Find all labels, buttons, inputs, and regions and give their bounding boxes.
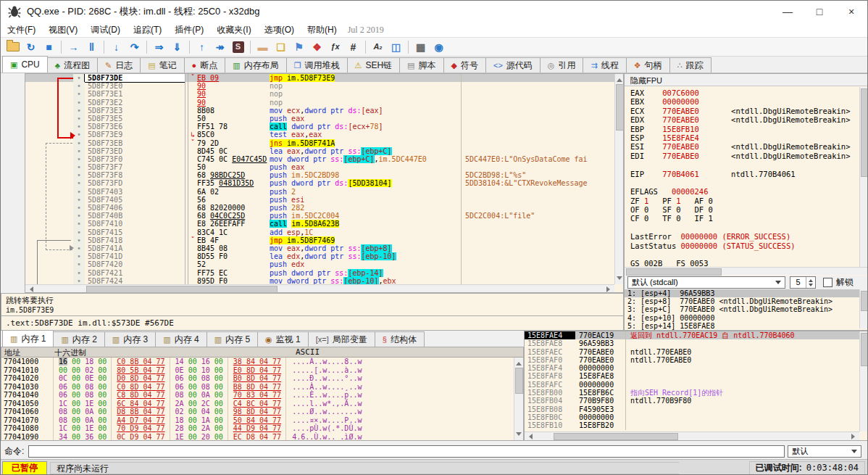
register-line[interactable]: ESI 770EABE0 <ntdll.DbgUiRemoteBreakin> [630, 142, 858, 151]
breakpoint-dot[interactable]: • [73, 171, 85, 179]
tab-source[interactable]: <>源代码 [485, 57, 541, 73]
stack-row[interactable]: 15E8FB04770B9F80ntdll.770B9F80 [525, 397, 859, 405]
patches-button[interactable]: ▬ [254, 38, 272, 55]
dump-row[interactable]: 7704100016 00 18 00C0 8B 04 7714 00 16 0… [1, 358, 514, 366]
tab-dump-3[interactable]: ▥内存 3 [104, 331, 156, 347]
scroll-thumb[interactable] [861, 88, 868, 177]
registers-hscrollbar[interactable] [625, 267, 868, 275]
register-line[interactable]: EAX 007C6000 [630, 88, 858, 97]
tab-script[interactable]: ▤脚本 [399, 57, 443, 73]
tab-trace[interactable]: ∴跟踪 [669, 57, 711, 73]
register-line[interactable]: ZF 1 PF 1 AF 0 [630, 197, 858, 205]
stack-row[interactable]: 15E8FB0C00000000 [525, 413, 859, 421]
unlock-checkbox[interactable] [823, 278, 832, 287]
stack-row[interactable]: 15E8FB08F45905E3 [525, 405, 859, 413]
stepper-buttons[interactable] [806, 277, 815, 288]
close-button[interactable]: × [835, 1, 867, 22]
menu-item[interactable]: 插件(P) [168, 22, 210, 37]
disasm-row[interactable]: •5D8F73E090nop [25, 82, 614, 90]
tab-symbols[interactable]: ◆符号 [443, 57, 486, 73]
scroll-thumb[interactable] [626, 268, 722, 276]
menu-item[interactable]: 选项(O) [258, 22, 301, 37]
breakpoint-dot[interactable]: • [73, 269, 85, 277]
disasm-row[interactable]: •5D8F74036A 02push 2 [25, 188, 614, 196]
arg-row[interactable]: 3: [esp+C] 770EABE0 <ntdll.DbgUiRemoteBr… [625, 305, 859, 313]
breakpoint-dot[interactable]: • [73, 236, 85, 244]
disasm-row[interactable]: •5D8F741D8D55 F0lea edx,dword ptr ss:[eb… [25, 252, 614, 260]
register-line[interactable]: EFLAGS 00000246 [630, 187, 858, 196]
run-button[interactable]: → [64, 38, 83, 55]
breakpoint-dot[interactable]: • [73, 188, 85, 196]
dump-row[interactable]: 7704104006 00 08 00C8 8D 04 7708 00 0A 0… [1, 391, 514, 400]
disasm-row[interactable]: •5D8F73E190nop [25, 90, 614, 98]
disasm-row[interactable]: •5D8F73E550push eax [25, 115, 614, 123]
dump-row[interactable]: 770410501C 00 1E 006C 84 04 772A 00 2C 0… [1, 400, 514, 408]
step-into-button[interactable]: ↓ [107, 38, 125, 55]
disasm-row[interactable]: •5D8F742052push edx [25, 260, 614, 268]
disasm-row[interactable]: •5D8F73E9↳85C0test eax,eax [25, 131, 614, 139]
dump-row[interactable]: 7704101000 00 02 0080 5B 04 770E 00 10 0… [1, 366, 514, 375]
disasm-row[interactable]: •5D8F73F750push eax [25, 163, 614, 171]
breakpoint-dot[interactable]: • [73, 139, 85, 147]
scroll-down-icon[interactable] [617, 276, 622, 283]
disasm-row[interactable]: •5D8F740668 82020000push 282 [25, 204, 614, 212]
tab-threads[interactable]: ⇉线程 [583, 57, 626, 73]
restart-button[interactable]: ↻ [22, 38, 40, 55]
disasm-row[interactable]: •5D8F740556push esi [25, 196, 614, 204]
stack-row[interactable]: 15E8FAE4770EAC19返回到 ntdll.770EAC19 自 ntd… [525, 331, 859, 339]
scroll-right-icon[interactable] [606, 286, 613, 292]
functions-button[interactable]: ƒx [326, 38, 344, 55]
breakpoint-dot[interactable]: • [73, 220, 85, 228]
labels-button[interactable]: ⚑ [290, 38, 308, 55]
breakpoint-dot[interactable]: • [73, 115, 85, 123]
scroll-left-icon[interactable] [526, 434, 533, 439]
register-line[interactable]: EBP 15E8FB10 [630, 125, 858, 133]
register-line[interactable]: EBX 00000000 [630, 97, 858, 106]
register-line[interactable]: ECX 770EABE0 <ntdll.DbgUiRemoteBreakin> [630, 107, 858, 115]
pause-button[interactable]: ‖ [83, 38, 101, 55]
disasm-row[interactable]: •5D8F740B68 04C0C25Dpush im.5DC2C0045DC2… [25, 212, 614, 220]
hash-button[interactable]: # [344, 38, 362, 55]
tab-locals[interactable]: [x=]局部变量 [308, 331, 375, 347]
disasm-row[interactable]: •5D8F73FDFF35 0481D35Dpush dword ptr ds:… [25, 179, 614, 187]
stack-vscrollbar[interactable] [859, 331, 868, 431]
dump-row[interactable]: 7704109034 00 36 000C D9 04 771E 00 20 0… [1, 433, 514, 441]
register-line[interactable]: EIP 770B4061 ntdll.770B4061 [630, 170, 858, 178]
stepper-down-icon[interactable] [809, 284, 813, 289]
stack-row[interactable]: 15E8FAFC00000000 [525, 381, 859, 389]
breakpoint-dot[interactable]: • [73, 212, 85, 220]
breakpoint-dot[interactable]: • [73, 123, 85, 131]
disasm-hscrollbar[interactable] [25, 284, 614, 292]
strings-button[interactable]: A₂ [369, 38, 387, 55]
tab-references[interactable]: ◎引用 [540, 57, 584, 73]
tab-seh[interactable]: ⚠SEH链 [347, 57, 401, 73]
command-input[interactable] [28, 445, 785, 458]
disasm-row[interactable]: •5D8F7418ˇEB 4Fjmp im.5D8F7469 [25, 236, 614, 244]
breakpoint-dot[interactable]: • [73, 74, 85, 82]
args-vscrollbar[interactable] [859, 289, 868, 329]
execute-till-return-button[interactable]: ↑ [193, 38, 211, 55]
register-line[interactable]: EDX 770EABE0 <ntdll.DbgUiRemoteBreakin> [630, 115, 858, 124]
arg-count-stepper[interactable]: 5 [790, 276, 816, 289]
register-line[interactable]: OF 0 SF 0 DF 0 [630, 205, 858, 214]
help-globe-button[interactable]: ◉ [430, 38, 448, 55]
breakpoint-dot[interactable]: • [73, 277, 85, 284]
register-line[interactable] [630, 223, 858, 232]
menu-item[interactable]: 收藏夹(I) [210, 22, 257, 37]
register-line[interactable]: LastStatus 00000000 (STATUS_SUCCESS) [630, 241, 858, 250]
register-line[interactable]: ESP 15E8FAE4 [630, 133, 858, 142]
stack-row[interactable]: 15E8FAF0770EABE0ntdll.770EABE0 [525, 356, 859, 364]
comments-button[interactable]: ❏ [272, 38, 290, 55]
breakpoint-dot[interactable]: • [73, 155, 85, 163]
dump-row[interactable]: 770410801C 00 1E 0070 D9 04 7728 00 2A 0… [1, 424, 514, 433]
dump-row[interactable]: 7704106008 00 0A 00D8 8B 04 7702 00 04 0… [1, 408, 514, 416]
arg-row[interactable]: 5: [esp+14] 15E8FAE8 [625, 322, 859, 330]
register-line[interactable] [630, 250, 858, 259]
register-line[interactable] [630, 160, 858, 169]
minimize-button[interactable]: — [772, 1, 804, 22]
scroll-thumb[interactable] [515, 368, 523, 394]
dump-vscrollbar[interactable] [514, 358, 523, 440]
tab-dump-5[interactable]: ▥内存 5 [206, 331, 258, 347]
menu-item[interactable]: 文件(F) [1, 22, 42, 37]
breakpoint-dot[interactable]: • [73, 90, 85, 98]
